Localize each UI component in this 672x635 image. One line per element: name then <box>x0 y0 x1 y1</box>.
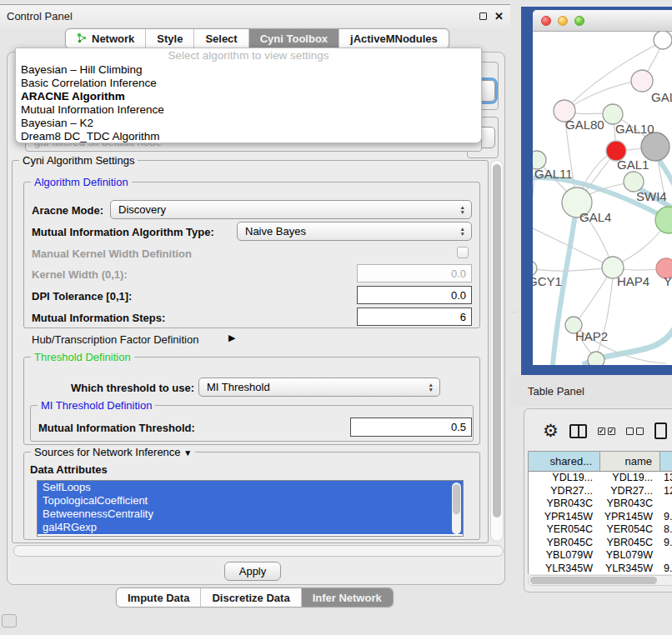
tab-cyni-toolbox[interactable]: Cyni Toolbox <box>249 29 339 48</box>
network-node[interactable] <box>641 132 669 161</box>
node-label-gal1: GAL1 <box>617 158 649 172</box>
which-threshold-value: MI Threshold <box>207 381 270 393</box>
table-cell: YBL079W <box>600 549 660 562</box>
table-row[interactable]: YPR145WYPR145W9. <box>529 511 672 524</box>
table-cell: 9. <box>660 537 672 550</box>
aracne-mode-label: Aracne Mode: <box>32 204 103 217</box>
mi-algorithm-type-combobox[interactable]: Naive Bayes ▲▼ <box>237 222 472 241</box>
deselect-all-checks-icon[interactable] <box>626 428 644 435</box>
mi-steps-field[interactable]: 6 <box>357 308 472 326</box>
algorithm-option-basic-correlation-inference[interactable]: Basic Correlation Inference <box>16 77 481 90</box>
minimize-traffic-light[interactable] <box>558 16 568 26</box>
table-row[interactable]: YBR043CYBR043C <box>529 498 672 511</box>
split-columns-icon[interactable] <box>569 424 587 438</box>
network-icon <box>77 32 88 46</box>
network-node[interactable] <box>588 352 604 365</box>
table-cell: YDL19... <box>600 472 660 485</box>
mi-type-label: Mutual Information Algorithm Type: <box>32 226 214 238</box>
algorithm-option-aracne-algorithm[interactable]: ARACNE Algorithm <box>16 90 481 103</box>
tab-label: Impute Data <box>128 592 189 604</box>
node-label-hap4: HAP4 <box>617 274 649 288</box>
mi-type-value: Naive Bayes <box>245 225 306 238</box>
attribute-gal4rgexp[interactable]: gal4RGexp <box>38 521 463 534</box>
table-cell <box>660 498 672 511</box>
tab-network[interactable]: Network <box>66 29 146 48</box>
table-horizontal-scrollbar[interactable] <box>528 575 672 586</box>
tab-discretize-data[interactable]: Discretize Data <box>201 588 301 607</box>
node-label-gal4: GAL4 <box>579 210 611 224</box>
attributes-scrollbar[interactable] <box>452 482 461 534</box>
collapsed-panel-grip[interactable] <box>2 614 17 628</box>
node-label-gcy1: GCY1 <box>533 274 562 288</box>
network-view-window: GALGAL80GAL10GAL1GAL11SWI4GAL4GCY1HAP4YH… <box>521 7 672 375</box>
network-node[interactable] <box>654 32 672 49</box>
apply-button[interactable]: Apply <box>224 562 281 581</box>
table-row[interactable]: YBL079WYBL079W <box>529 549 672 562</box>
which-threshold-combobox[interactable]: MI Threshold ▲▼ <box>198 378 440 397</box>
gear-icon[interactable]: ⚙ <box>543 422 559 439</box>
node-label-y: Y <box>664 274 672 288</box>
control-panel-tabbar: NetworkStyleSelectCyni ToolboxjActiveMNo… <box>65 28 449 49</box>
table-cell: 9. <box>660 562 672 575</box>
table-row[interactable]: YER054CYER054C8. <box>529 523 672 537</box>
tab-label: Style <box>157 32 183 45</box>
panel-splitter-handle[interactable]: ∙∙ <box>513 308 517 314</box>
tab-style[interactable]: Style <box>146 29 194 48</box>
attribute-topologicalcoefficient[interactable]: TopologicalCoefficient <box>38 494 463 508</box>
aracne-mode-combobox[interactable]: Discovery ▲▼ <box>110 200 472 219</box>
zoom-traffic-light[interactable] <box>574 16 584 26</box>
network-canvas[interactable]: GALGAL80GAL10GAL1GAL11SWI4GAL4GCY1HAP4YH… <box>533 32 672 365</box>
algorithm-option-bayesian-k2[interactable]: Bayesian – K2 <box>16 117 481 130</box>
tab-select[interactable]: Select <box>194 29 248 48</box>
settings-vertical-scrollbar[interactable] <box>490 160 504 542</box>
network-node-gal[interactable] <box>631 70 653 92</box>
table-cell: YDR27... <box>529 485 600 498</box>
table-row[interactable]: YBR045CYBR045C9. <box>529 537 672 550</box>
tab-infer-network[interactable]: Infer Network <box>302 588 393 607</box>
node-label-gal80: GAL80 <box>565 118 604 132</box>
table-cell: 13 <box>660 472 672 485</box>
table-row[interactable]: YDR27...YDR27...12 <box>529 485 672 498</box>
table-cell: YLR345W <box>529 562 600 575</box>
mi-threshold-definition-title: MI Threshold Definition <box>38 399 155 412</box>
table-cell: YER054C <box>600 523 660 537</box>
close-traffic-light[interactable] <box>541 16 551 26</box>
table-cell: YPR145W <box>600 511 660 524</box>
manual-kernel-label: Manual Kernel Width Definition <box>32 248 192 260</box>
settings-horizontal-scrollbar[interactable] <box>13 545 504 557</box>
expand-right-icon[interactable]: ▶ <box>228 332 235 343</box>
table-row[interactable]: YDL19...YDL19...13 <box>529 472 672 485</box>
manual-kernel-checkbox[interactable] <box>457 247 469 258</box>
algorithm-option-bayesian-hill-climbing[interactable]: Bayesian – Hill Climbing <box>16 63 481 77</box>
tab-label: Select <box>205 32 237 45</box>
dpi-tolerance-field[interactable]: 0.0 <box>357 286 472 304</box>
tab-impute-data[interactable]: Impute Data <box>117 588 201 607</box>
network-node[interactable] <box>655 207 672 233</box>
collapse-down-icon[interactable]: ▼ <box>183 448 192 458</box>
table-row[interactable]: YLR345WYLR345W9. <box>529 562 672 575</box>
column-header-2[interactable] <box>660 452 672 471</box>
mi-threshold-field[interactable]: 0.5 <box>350 418 472 437</box>
close-icon[interactable]: ✕ <box>494 12 504 22</box>
select-all-checks-icon[interactable]: ✓✓ <box>598 428 615 435</box>
sources-group-title: Sources for Network Inference ▼ <box>31 446 195 458</box>
new-table-icon[interactable] <box>654 422 667 439</box>
dropdown-item-list: Bayesian – Hill ClimbingBasic Correlatio… <box>16 63 481 142</box>
hub-definition-label[interactable]: Hub/Transcription Factor Definition <box>32 333 198 346</box>
algorithm-option-mutual-information-inference[interactable]: Mutual Information Inference <box>16 103 481 117</box>
attribute-betweennesscentrality[interactable]: BetweennessCentrality <box>38 508 463 521</box>
data-attributes-list[interactable]: SelfLoopsTopologicalCoefficientBetweenne… <box>37 480 464 537</box>
network-window-titlebar[interactable] <box>533 10 672 32</box>
column-header-shared-[interactable]: shared... <box>529 452 600 471</box>
float-window-icon[interactable] <box>479 12 487 20</box>
kernel-width-field: 0.0 <box>357 264 472 282</box>
node-attribute-table[interactable]: shared...name YDL19...YDL19...13YDR27...… <box>528 451 672 574</box>
tab-jactivemnodules[interactable]: jActiveMNodules <box>339 29 449 48</box>
table-cell: 9. <box>660 511 672 524</box>
node-label-hap2: HAP2 <box>575 329 608 343</box>
algorithm-option-dream8-dc-tdc-algorithm[interactable]: Dream8 DC_TDC Algorithm <box>16 130 481 143</box>
column-header-name[interactable]: name <box>600 452 660 471</box>
spinner-arrows-icon: ▲▼ <box>429 382 434 392</box>
table-cell <box>660 549 672 562</box>
attribute-selfloops[interactable]: SelfLoops <box>38 481 463 494</box>
